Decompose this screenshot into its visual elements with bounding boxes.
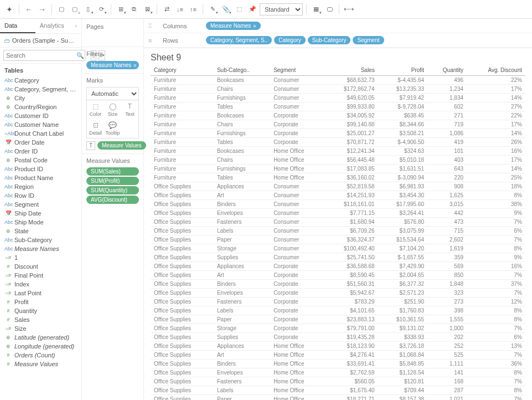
column-header[interactable]: Avg. Discount bbox=[467, 65, 525, 76]
table-row[interactable]: FurnitureChairsConsumer$172,862.74$13,23… bbox=[151, 85, 525, 94]
field-item[interactable]: AbcProduct Name bbox=[0, 173, 81, 182]
swap-icon[interactable]: ⇄ bbox=[161, 3, 173, 16]
row-pill[interactable]: Sub-Category bbox=[308, 36, 351, 44]
pause-icon[interactable]: ▯▾ bbox=[82, 3, 94, 16]
panel-menu-icon[interactable]: ‹ bbox=[70, 19, 81, 33]
table-row[interactable]: FurnitureChairsHome Office$56,445.48$5,0… bbox=[151, 156, 525, 165]
column-header[interactable]: Sales bbox=[324, 65, 378, 76]
field-item[interactable]: #Profit bbox=[0, 298, 81, 306]
field-item[interactable]: AbcCategory bbox=[0, 76, 81, 85]
table-row[interactable]: FurnitureFurnishingsCorporate$25,001.27$… bbox=[151, 129, 525, 138]
datasource-row[interactable]: 🗃 Orders (Sample - Supe... bbox=[0, 34, 81, 48]
measure-value-pill[interactable]: SUM(Profit) bbox=[86, 177, 139, 185]
table-row[interactable]: Office SuppliesAppliancesConsumer$52,819… bbox=[151, 182, 525, 191]
table-row[interactable]: FurnitureTablesCorporate$70,871.72$-4,90… bbox=[151, 138, 525, 147]
marks-tooltip-button[interactable]: 💬Tooltip bbox=[104, 119, 121, 138]
new-sheet-icon[interactable]: ⊞▾ bbox=[115, 3, 127, 16]
field-item[interactable]: AbcSegment bbox=[0, 200, 81, 209]
marks-size-button[interactable]: ◯Size bbox=[104, 100, 121, 119]
row-pill[interactable]: Category, Segment, S.. bbox=[206, 36, 272, 44]
table-row[interactable]: Office SuppliesEnvelopesHome Office$2,76… bbox=[151, 368, 525, 377]
tableau-logo-icon[interactable]: ✦ bbox=[3, 3, 16, 16]
duplicate-icon[interactable]: ⧉ bbox=[128, 3, 140, 16]
fit-dropdown[interactable]: Standard bbox=[260, 3, 303, 16]
field-item[interactable]: #Quantity bbox=[0, 306, 81, 315]
field-item[interactable]: #Orders (Count) bbox=[0, 351, 81, 360]
table-row[interactable]: Office SuppliesSuppliesCorporate$19,435.… bbox=[151, 333, 525, 342]
table-row[interactable]: Office SuppliesLabelsConsumer$6,709.26$3… bbox=[151, 227, 525, 235]
field-item[interactable]: AbcRegion bbox=[0, 182, 81, 191]
tab-data[interactable]: Data bbox=[0, 19, 35, 33]
table-row[interactable]: FurnitureTablesHome Office$36,160.02$-3,… bbox=[151, 173, 525, 182]
field-item[interactable]: ⊕State bbox=[0, 227, 81, 235]
new-datasource-icon[interactable]: ▢+ bbox=[69, 3, 81, 16]
share-icon[interactable]: ⇠⇢ bbox=[343, 3, 355, 16]
field-item[interactable]: =#Last Point bbox=[0, 289, 81, 298]
field-item[interactable]: =#Index bbox=[0, 280, 81, 289]
field-item[interactable]: ⊕Postal Code bbox=[0, 156, 81, 165]
table-row[interactable]: Office SuppliesStorageCorporate$79,791.0… bbox=[151, 324, 525, 333]
table-row[interactable]: Office SuppliesStorageConsumer$100,492.4… bbox=[151, 244, 525, 253]
table-row[interactable]: Office SuppliesPaperHome Office$18,271.7… bbox=[151, 395, 525, 401]
sort-desc-icon[interactable]: ↑≡ bbox=[187, 3, 199, 16]
field-item[interactable]: AbcCustomer Name bbox=[0, 120, 81, 129]
table-row[interactable]: Office SuppliesAppliancesCorporate$36,58… bbox=[151, 262, 525, 271]
table-row[interactable]: Office SuppliesBindersHome Office$33,691… bbox=[151, 360, 525, 368]
column-header[interactable]: Sub-Catego.. bbox=[214, 65, 270, 76]
save-icon[interactable]: ▢ bbox=[55, 3, 68, 16]
field-item[interactable]: =#1 bbox=[0, 253, 81, 262]
table-row[interactable]: Office SuppliesArtHome Office$4,276.41$1… bbox=[151, 351, 525, 360]
field-item[interactable]: #Measure Values bbox=[0, 360, 81, 368]
field-item[interactable]: ⊕Longitude (generated) bbox=[0, 342, 81, 351]
measure-value-pill[interactable]: SUM(Sales) bbox=[86, 167, 139, 176]
forward-button[interactable]: → bbox=[36, 3, 48, 16]
search-input[interactable] bbox=[3, 50, 85, 61]
field-item[interactable]: AbcMeasure Names bbox=[0, 244, 81, 253]
field-item[interactable]: AbcProduct ID bbox=[0, 165, 81, 173]
table-row[interactable]: Office SuppliesBindersConsumer$118,161.0… bbox=[151, 200, 525, 209]
row-pill[interactable]: Segment bbox=[353, 36, 384, 44]
marks-type-dropdown[interactable]: Automatic bbox=[87, 88, 138, 100]
table-row[interactable]: FurnitureBookcasesCorporate$34,005.92$63… bbox=[151, 111, 525, 120]
table-row[interactable]: Office SuppliesArtConsumer$14,251.93$3,4… bbox=[151, 191, 525, 200]
column-header[interactable]: Profit bbox=[378, 65, 427, 76]
field-item[interactable]: =AbcDonut Chart Label bbox=[0, 129, 81, 138]
column-pill[interactable]: Measure Names≡ bbox=[206, 22, 261, 30]
field-item[interactable]: =#Size bbox=[0, 324, 81, 333]
presentation-icon[interactable]: 🖵 bbox=[323, 3, 335, 16]
field-item[interactable]: ⊕Latitude (generated) bbox=[0, 333, 81, 342]
tab-analytics[interactable]: Analytics bbox=[35, 19, 71, 33]
sort-asc-icon[interactable]: ↓≡ bbox=[174, 3, 186, 16]
table-row[interactable]: FurnitureBookcasesConsumer$68,632.73$-4,… bbox=[151, 76, 525, 85]
table-row[interactable]: Office SuppliesFastenersConsumer$1,680.9… bbox=[151, 218, 525, 227]
field-item[interactable]: ⊕Country/Region bbox=[0, 102, 81, 111]
table-row[interactable]: FurnitureBookcasesHome Office$12,241.34$… bbox=[151, 147, 525, 156]
column-header[interactable]: Quantity bbox=[427, 65, 467, 76]
show-me-icon[interactable]: ▦▾ bbox=[310, 3, 322, 16]
marks-color-button[interactable]: ⬚Color bbox=[87, 100, 104, 119]
field-item[interactable]: AbcShip Mode bbox=[0, 218, 81, 227]
back-button[interactable]: ← bbox=[23, 3, 35, 16]
table-row[interactable]: Office SuppliesFastenersHome Office$560.… bbox=[151, 377, 525, 386]
refresh-icon[interactable]: ⟳▾ bbox=[95, 3, 107, 16]
table-row[interactable]: Office SuppliesLabelsCorporate$4,101.65$… bbox=[151, 306, 525, 315]
table-row[interactable]: Office SuppliesLabelsHome Office$1,675.4… bbox=[151, 386, 525, 395]
table-row[interactable]: Office SuppliesEnvelopesCorporate$5,942.… bbox=[151, 289, 525, 298]
field-item[interactable]: ⊕City bbox=[0, 94, 81, 102]
label-icon[interactable]: ⬚ bbox=[233, 3, 245, 16]
field-item[interactable]: 📅Order Date bbox=[0, 138, 81, 147]
field-item[interactable]: AbcSub-Category bbox=[0, 235, 81, 244]
highlight-icon[interactable]: ✎▾ bbox=[206, 3, 219, 16]
table-row[interactable]: FurnitureFurnishingsConsumer$49,620.05$7… bbox=[151, 94, 525, 102]
filter-pill-measure-names[interactable]: Measure Names≡ bbox=[86, 61, 139, 69]
field-item[interactable]: AbcRow ID bbox=[0, 191, 81, 200]
marks-text-button[interactable]: TText bbox=[121, 100, 138, 119]
table-row[interactable]: Office SuppliesPaperCorporate$23,883.13$… bbox=[151, 315, 525, 324]
table-row[interactable]: FurnitureChairsCorporate$99,140.88$8,344… bbox=[151, 120, 525, 129]
field-item[interactable]: 📅Ship Date bbox=[0, 209, 81, 218]
field-item[interactable]: AbcCustomer ID bbox=[0, 111, 81, 120]
field-item[interactable]: AbcOrder ID bbox=[0, 147, 81, 156]
column-header[interactable]: Segment bbox=[270, 65, 324, 76]
clear-icon[interactable]: ⊠▾ bbox=[141, 3, 153, 16]
field-item[interactable]: =#Final Point bbox=[0, 271, 81, 280]
